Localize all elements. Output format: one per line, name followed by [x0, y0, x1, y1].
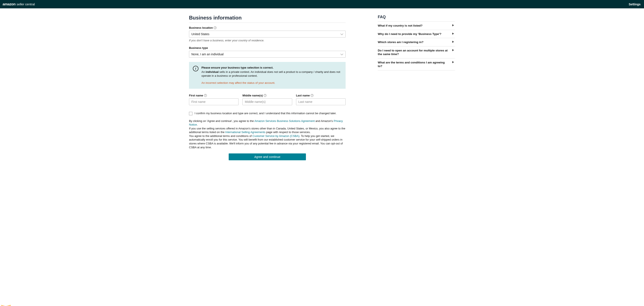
business-location-value: United States — [191, 32, 210, 36]
settings-link[interactable]: Settings — [629, 2, 640, 6]
main-form: Business information Business location ?… — [189, 15, 346, 160]
chevron-right-icon — [452, 61, 454, 63]
confirm-text: I confirm my business location and type … — [194, 112, 336, 115]
last-name-field: Last name? — [296, 94, 346, 105]
business-location-select[interactable]: United States — [189, 31, 346, 37]
first-name-field: First name? — [189, 94, 238, 105]
faq-item[interactable]: Do I need to open an account for multipl… — [378, 46, 455, 58]
faq-title: FAQ — [378, 15, 455, 22]
business-type-select[interactable]: None, I am an individual — [189, 51, 346, 58]
link-csba[interactable]: Customer Service by Amazon (CSBA) — [252, 134, 300, 138]
business-type-value: None, I am an individual — [191, 52, 224, 56]
info-box: i Please ensure your business type selec… — [189, 62, 346, 89]
faq-item[interactable]: Which stores am I registering in? — [378, 38, 455, 46]
last-name-label: Last name — [296, 94, 310, 97]
help-icon[interactable]: ? — [264, 94, 266, 97]
legal-text: By clicking on 'Agree and continue', you… — [189, 119, 346, 149]
first-name-label: First name — [189, 94, 203, 97]
business-location-field: Business location ? United States If you… — [189, 26, 346, 42]
business-location-label-text: Business location — [189, 26, 213, 29]
business-location-label: Business location ? — [189, 26, 346, 29]
info-body-text: An individual sells in a private context… — [202, 70, 342, 78]
help-icon[interactable]: ? — [311, 94, 314, 97]
chevron-right-icon — [452, 41, 454, 43]
faq-item[interactable]: Why do I need to provide my 'Business Ty… — [378, 30, 455, 38]
logo-subtitle: seller central — [16, 2, 35, 6]
last-name-input[interactable] — [296, 98, 346, 105]
help-icon[interactable]: ? — [214, 26, 216, 29]
info-title: Please ensure your business type selecti… — [202, 66, 342, 70]
info-warning: An incorrect selection may affect the st… — [202, 81, 342, 85]
help-icon[interactable]: ? — [204, 94, 207, 97]
link-bsa[interactable]: Amazon Services Business Solutions Agree… — [254, 119, 315, 123]
faq-item[interactable]: What are the terms and conditions I am a… — [378, 58, 455, 70]
middle-name-label: Middle name(s) — [242, 94, 263, 97]
app-header: amazon seller central Settings — [0, 0, 644, 8]
info-icon: i — [193, 66, 198, 71]
middle-name-input[interactable] — [242, 98, 292, 105]
logo-amazon-text: amazon — [2, 2, 16, 6]
confirm-checkbox[interactable] — [189, 112, 192, 115]
business-location-helper: If you don't have a business, enter your… — [189, 39, 346, 42]
faq-item[interactable]: What if my country is not listed? — [378, 22, 455, 30]
page-title: Business information — [189, 15, 346, 23]
business-type-label-text: Business type — [189, 46, 208, 49]
faq-sidebar: FAQ What if my country is not listed? Wh… — [378, 15, 455, 160]
logo[interactable]: amazon seller central — [2, 2, 35, 6]
chevron-right-icon — [452, 32, 454, 35]
agree-continue-button[interactable]: Agree and continue — [229, 153, 306, 160]
chevron-right-icon — [452, 24, 454, 26]
chevron-right-icon — [452, 49, 454, 51]
business-type-field: Business type None, I am an individual — [189, 46, 346, 58]
business-type-label: Business type — [189, 46, 346, 49]
link-intl-agreements[interactable]: International Selling Agreements — [225, 130, 265, 134]
first-name-input[interactable] — [189, 98, 238, 105]
middle-name-field: Middle name(s)? — [242, 94, 292, 105]
